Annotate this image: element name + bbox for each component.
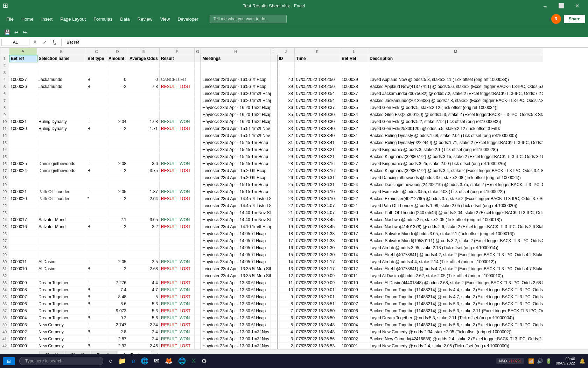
- cell-I22[interactable]: [271, 202, 277, 209]
- cell-C30[interactable]: L: [86, 258, 107, 265]
- cell-G28[interactable]: [195, 244, 201, 251]
- cell-G27[interactable]: [195, 237, 201, 244]
- cell-E5[interactable]: 7.8: [128, 83, 160, 90]
- menu-item-insert[interactable]: Insert: [38, 14, 56, 24]
- col-header-E[interactable]: E: [128, 48, 160, 55]
- cell-B38[interactable]: Dream Together: [37, 314, 86, 321]
- cell-M35[interactable]: Backed Dream Together(11488214) @ odds:4…: [368, 293, 543, 300]
- cell-K36[interactable]: 07/05/2022 18:28:51: [295, 300, 340, 307]
- menu-item-view[interactable]: View: [156, 14, 173, 24]
- cell-H10[interactable]: Haydock 23rd Apr - 16:20 1m2f Hcap: [201, 118, 271, 125]
- cell-B39[interactable]: New Comedy: [37, 321, 86, 328]
- cell-K5[interactable]: 07/05/2022 18:42:50: [295, 83, 340, 90]
- cell-G21[interactable]: [195, 195, 201, 202]
- cell-J15[interactable]: 29: [277, 153, 295, 160]
- cell-F7[interactable]: [160, 97, 195, 104]
- taskbar-file-icon[interactable]: 📁: [117, 356, 127, 366]
- col-header-L[interactable]: L: [340, 48, 368, 55]
- cell-C3[interactable]: [86, 69, 107, 76]
- cell-L16[interactable]: 1000027: [340, 160, 368, 167]
- cell-B34[interactable]: Dream Together: [37, 286, 86, 293]
- cell-L3[interactable]: [340, 69, 368, 76]
- cell-G25[interactable]: [195, 223, 201, 230]
- cell-H41[interactable]: Haydock 23rd Apr - 13:00 1m3f Nov Stks: [201, 335, 271, 342]
- cell-K1[interactable]: Time: [295, 55, 340, 62]
- cell-J29[interactable]: 15: [277, 251, 295, 258]
- cell-D5[interactable]: -2: [107, 83, 128, 90]
- cell-B2[interactable]: [37, 62, 86, 69]
- cell-G31[interactable]: [195, 265, 201, 272]
- cell-L4[interactable]: 1000039: [340, 76, 368, 83]
- cell-A15[interactable]: [9, 153, 37, 160]
- undo-button[interactable]: ↩: [13, 29, 20, 36]
- cell-D13[interactable]: [107, 139, 128, 146]
- cell-A7[interactable]: [9, 97, 37, 104]
- cell-A30[interactable]: 1000011: [9, 258, 37, 265]
- cell-K17[interactable]: 07/05/2022 18:38:16: [295, 167, 340, 174]
- cell-M23[interactable]: Backed Path Of Thunder(24075546) @ odds:…: [368, 209, 543, 216]
- cell-L24[interactable]: 1000019: [340, 216, 368, 223]
- cell-F21[interactable]: RESULT_LOST: [160, 195, 195, 202]
- cell-J25[interactable]: 19: [277, 223, 295, 230]
- cell-M40[interactable]: Layed New Comedy @ odds:2.34, stake:2.05…: [368, 328, 543, 335]
- cell-D35[interactable]: -8.48: [107, 293, 128, 300]
- cell-M31[interactable]: Backed Alrehb(40778841) @ odds:4.7, stak…: [368, 265, 543, 272]
- cell-M17[interactable]: Backed Kingmania(32880772) @ odds:3.4, s…: [368, 167, 543, 174]
- col-header-B[interactable]: B: [37, 48, 86, 55]
- cell-E4[interactable]: 0: [128, 76, 160, 83]
- cell-E25[interactable]: 3.2: [128, 223, 160, 230]
- cell-D4[interactable]: 0: [107, 76, 128, 83]
- cell-A32[interactable]: [9, 272, 37, 279]
- confirm-formula-icon[interactable]: ✓: [41, 39, 49, 46]
- cell-H14[interactable]: Haydock 23rd Apr - 15:45 1m Hcap: [201, 146, 271, 153]
- cell-E24[interactable]: 3.05: [128, 216, 160, 223]
- cell-G10[interactable]: [195, 118, 201, 125]
- cell-C11[interactable]: B: [86, 125, 107, 132]
- cell-B11[interactable]: Ruling Dynasty: [37, 125, 86, 132]
- cell-F13[interactable]: [160, 139, 195, 146]
- cell-B26[interactable]: [37, 230, 86, 237]
- cell-G22[interactable]: [195, 202, 201, 209]
- cell-I25[interactable]: [271, 223, 277, 230]
- taskbar-ff-icon[interactable]: 🦊: [163, 356, 174, 366]
- cell-C9[interactable]: [86, 111, 107, 118]
- taskbar-edge-icon[interactable]: e: [130, 356, 136, 366]
- cell-G26[interactable]: [195, 230, 201, 237]
- cell-A33[interactable]: 1000009: [9, 279, 37, 286]
- cell-E28[interactable]: [128, 244, 160, 251]
- cell-F12[interactable]: [160, 132, 195, 139]
- cell-C8[interactable]: [86, 104, 107, 111]
- cell-G33[interactable]: [195, 279, 201, 286]
- cell-A8[interactable]: [9, 104, 37, 111]
- cell-G20[interactable]: [195, 188, 201, 195]
- cell-A28[interactable]: [9, 244, 37, 251]
- cell-M25[interactable]: Backed Nashwa(41401378) @ odds:2.6, stak…: [368, 223, 543, 230]
- cell-D25[interactable]: -2: [107, 223, 128, 230]
- cell-I23[interactable]: [271, 209, 277, 216]
- cell-K39[interactable]: 07/05/2022 18:28:48: [295, 321, 340, 328]
- cell-H24[interactable]: Haydock 23rd Apr - 14:40 1m Nov Stks: [201, 216, 271, 223]
- cell-A11[interactable]: 1000030: [9, 125, 37, 132]
- cell-M11[interactable]: Layed Glen Esk(25300120) @ odds:5.5, sta…: [368, 125, 543, 132]
- cell-C7[interactable]: [86, 97, 107, 104]
- cell-J14[interactable]: 30: [277, 146, 295, 153]
- cell-D19[interactable]: [107, 181, 128, 188]
- cell-D30[interactable]: 2.05: [107, 258, 128, 265]
- cell-F19[interactable]: [160, 181, 195, 188]
- cell-F18[interactable]: [160, 174, 195, 181]
- col-header-M[interactable]: M: [368, 48, 543, 55]
- cell-K22[interactable]: 07/05/2022 18:34:07: [295, 202, 340, 209]
- col-header-K[interactable]: K: [295, 48, 340, 55]
- cell-F14[interactable]: [160, 146, 195, 153]
- cell-C33[interactable]: L: [86, 279, 107, 286]
- cell-G1[interactable]: [195, 55, 201, 62]
- cell-H36[interactable]: Haydock 23rd Apr - 13:30 6f Hcap: [201, 300, 271, 307]
- cell-A29[interactable]: [9, 251, 37, 258]
- cell-D42[interactable]: 2.92: [107, 342, 128, 349]
- cell-E1[interactable]: Average Odds: [128, 55, 160, 62]
- cell-I26[interactable]: [271, 230, 277, 237]
- cell-B16[interactable]: Dancinginthewoods: [37, 160, 86, 167]
- cell-C41[interactable]: L: [86, 335, 107, 342]
- cell-I40[interactable]: [271, 328, 277, 335]
- cell-B1[interactable]: Selection name: [37, 55, 86, 62]
